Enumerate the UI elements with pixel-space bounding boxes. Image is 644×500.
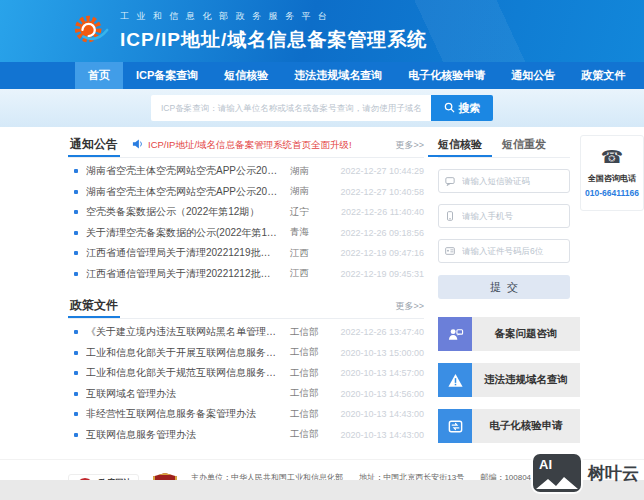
left-column: 通知公告 ICP/IP地址/域名信息备案管理系统首页全面升级! 更多>> 湖南省… [68,133,424,445]
notice-row[interactable]: 湖南省空壳主体空壳网站空壳APP公示2022.12.5 湖南省空壳主体 湖南 2… [68,161,424,182]
bullet-icon [74,272,78,276]
hotline-label: 全国咨询电话 [583,173,641,184]
phone-number-input[interactable] [460,210,563,222]
policy-row[interactable]: 互联网信息服务管理办法 工信部 2020-10-13 14:43:00 [68,425,424,446]
bullet-icon [74,412,78,416]
warning-icon [438,363,472,397]
notice-row[interactable]: 江西省通信管理局关于清理20221219批次空壳数据公示 江西 2022-12-… [68,243,424,264]
policy-time: 2020-10-13 14:57:00 [328,368,424,378]
consult-icon [438,317,472,351]
tab-sms-resend[interactable]: 短信重发 [502,133,546,157]
notice-region: 江西 [290,267,328,280]
search-box: 搜索 [151,95,493,121]
bullet-icon [74,210,78,214]
policy-time: 2020-10-13 15:00:00 [328,348,424,358]
sms-code-input[interactable] [460,175,563,187]
mobile-phone-icon [445,207,455,225]
policy-title-link[interactable]: 工业和信息化部关于开展互联网信息服务备案用户真实身份信息电 [86,346,280,360]
notices-panel-header: 通知公告 ICP/IP地址/域名信息备案管理系统首页全面升级! 更多>> [68,133,424,158]
notice-title-link[interactable]: 江西省通信管理局关于清理20221212批次空壳数据公示 [86,267,280,281]
policies-panel: 政策文件 更多>> 《关于建立境内违法互联网站黑名单管理制度的通知》（工信部联 … [68,294,424,445]
policy-row[interactable]: 工业和信息化部关于规范互联网信息服务使用域名的通知 工信部 2020-10-13… [68,363,424,384]
hotline-number: 010-66411166 [583,188,641,198]
nav-item-home[interactable]: 首页 [75,62,123,89]
policies-more-link[interactable]: 更多>> [395,300,424,313]
nav-item-notices[interactable]: 通知公告 [498,62,568,89]
sms-and-hotline: 短信核验 短信重发 [438,133,640,299]
search-band: 搜索 [0,89,644,127]
e-verification-button[interactable]: 电子化核验申请 [438,409,580,443]
bullet-icon [74,371,78,375]
platform-title: 工业和信息化部政务服务平台 [120,10,427,23]
policy-dept: 工信部 [290,367,328,380]
notice-title-link[interactable]: 湖南省空壳主体空壳网站空壳APP公示2022.12.5 湖南省空壳主体 [86,164,280,178]
main-nav: 首页 ICP备案查询 短信核验 违法违规域名查询 电子化核验申请 通知公告 政策… [0,62,644,89]
nav-item-illegal-domain-query[interactable]: 违法违规域名查询 [281,62,395,89]
search-input[interactable] [151,95,431,121]
policy-title-link[interactable]: 非经营性互联网信息服务备案管理办法 [86,407,280,421]
right-column: 短信核验 短信重发 [438,133,640,445]
policy-row[interactable]: 《关于建立境内违法互联网站黑名单管理制度的通知》（工信部联 工信部 2022-1… [68,322,424,343]
watermark: AI 树叶云 [533,454,639,492]
notice-time: 2022-12-26 09:18:56 [328,228,424,238]
hotline-card: ☎ 全国咨询电话 010-66411166 [580,135,644,211]
bullet-icon [74,351,78,355]
notice-title-link[interactable]: 关于清理空壳备案数据的公示(2022年第11期) [86,226,280,240]
sms-code-icon [445,172,455,190]
notice-time: 2022-12-19 09:45:31 [328,269,424,279]
bullet-icon [74,190,78,194]
sms-code-field-wrap [438,169,570,193]
bullet-icon [74,392,78,396]
system-title: ICP/IP地址/域名信息备案管理系统 [120,27,427,53]
policy-row[interactable]: 工业和信息化部关于开展互联网信息服务备案用户真实身份信息电 工信部 2020-1… [68,343,424,364]
policy-title-link[interactable]: 工业和信息化部关于规范互联网信息服务使用域名的通知 [86,366,280,380]
notice-row[interactable]: 江西省通信管理局关于清理20221212批次空壳数据公示 江西 2022-12-… [68,264,424,285]
notice-title-link[interactable]: 湖南省空壳主体空壳网站空壳APP公示2022.12.19-26 [86,185,280,199]
illegal-domain-query-button[interactable]: 违法违规域名查询 [438,363,580,397]
nav-item-sms-verify[interactable]: 短信核验 [211,62,281,89]
id-number-input[interactable] [460,245,563,257]
notice-row[interactable]: 湖南省空壳主体空壳网站空壳APP公示2022.12.19-26 湖南 2022-… [68,182,424,203]
consult-button[interactable]: 备案问题咨询 [438,317,580,351]
sms-submit-button[interactable]: 提交 [438,275,570,299]
policy-row[interactable]: 互联网域名管理办法 工信部 2020-10-13 14:56:00 [68,384,424,405]
policy-time: 2020-10-13 14:56:00 [328,389,424,399]
notice-title-link[interactable]: 江西省通信管理局关于清理20221219批次空壳数据公示 [86,246,280,260]
bullet-icon [74,231,78,235]
policy-title-link[interactable]: 互联网信息服务管理办法 [86,428,280,442]
id-field-wrap [438,239,570,263]
bullet-icon [74,433,78,437]
nav-item-icp-query[interactable]: ICP备案查询 [123,62,211,89]
nav-item-e-verification[interactable]: 电子化核验申请 [395,62,498,89]
marquee-text[interactable]: ICP/IP地址/域名信息备案管理系统首页全面升级! [148,139,352,152]
policy-dept: 工信部 [290,387,328,400]
notices-title: 通知公告 [68,133,120,157]
quick-actions: 备案问题咨询 违法违规域名查询 电子化核验申请 [438,317,580,443]
policy-time: 2020-10-13 14:43:00 [328,409,424,419]
search-button-label: 搜索 [459,101,481,116]
notice-time: 2022-12-27 10:40:58 [328,187,424,197]
policy-dept: 工信部 [290,346,328,359]
ai-icon-label: AI [539,457,552,472]
notice-region: 湖南 [290,165,328,178]
tab-sms-verify[interactable]: 短信核验 [428,133,492,157]
notice-row[interactable]: 关于清理空壳备案数据的公示(2022年第11期) 青海 2022-12-26 0… [68,223,424,244]
verify-icon [438,409,472,443]
notice-region: 江西 [290,247,328,260]
notice-marquee[interactable]: ICP/IP地址/域名信息备案管理系统首页全面升级! [132,139,352,152]
notices-more-link[interactable]: 更多>> [395,139,424,152]
policy-dept: 工信部 [290,326,328,339]
notice-region: 湖南 [290,185,328,198]
policies-title: 政策文件 [68,294,120,318]
policy-title-link[interactable]: 《关于建立境内违法互联网站黑名单管理制度的通知》（工信部联 [86,325,280,339]
policy-title-link[interactable]: 互联网域名管理办法 [86,387,280,401]
illegal-domain-query-label: 违法违规域名查询 [472,363,580,397]
sms-tabs: 短信核验 短信重发 [438,133,570,158]
mountains-icon [536,476,578,489]
policy-row[interactable]: 非经营性互联网信息服务备案管理办法 工信部 2020-10-13 14:43:0… [68,404,424,425]
search-button[interactable]: 搜索 [431,95,493,121]
policy-dept: 工信部 [290,428,328,441]
notice-title-link[interactable]: 空壳类备案数据公示（2022年第12期） [86,205,280,219]
nav-item-policies[interactable]: 政策文件 [568,62,638,89]
notice-row[interactable]: 空壳类备案数据公示（2022年第12期） 辽宁 2022-12-26 11:40… [68,202,424,223]
